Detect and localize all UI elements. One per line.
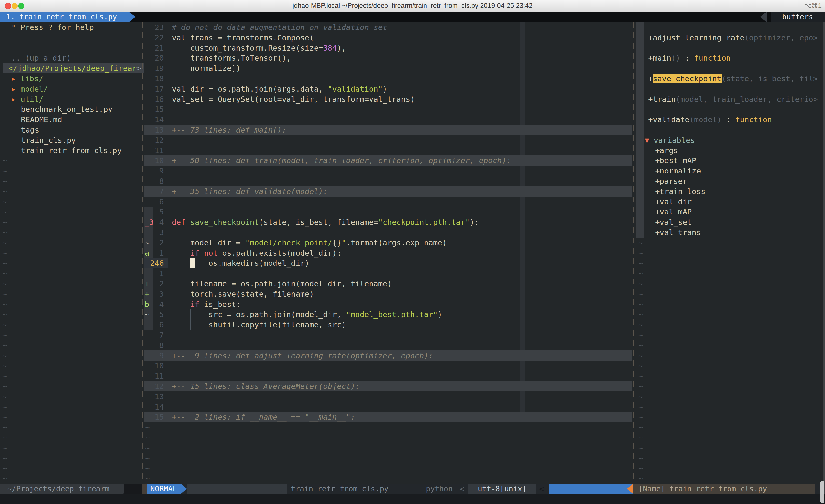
- fold-line[interactable]: 7+-- 35 lines: def validate(model):: [144, 186, 632, 196]
- window-separator-left[interactable]: [142, 22, 143, 484]
- empty-line-tilde: ~: [639, 371, 643, 381]
- code-line[interactable]: src = os.path.join(model_dir, "model_bes…: [172, 309, 442, 320]
- code-line[interactable]: def save_checkpoint(state, is_best, file…: [172, 217, 479, 227]
- code-segment: ": [342, 238, 346, 247]
- tag-entry[interactable]: +adjust_learning_rate(optimizer, epo>: [648, 32, 818, 43]
- powerline-arrow-orange-icon: [627, 484, 633, 494]
- statusline: ~/Projects/deep_firearm NORMAL +8 ~3 -3m…: [0, 484, 825, 494]
- tree-item-file[interactable]: tags: [21, 124, 39, 135]
- tree-root-path-text: </jdhao/Projects/deep_firear: [8, 64, 137, 73]
- tree-root-path[interactable]: </jdhao/Projects/deep_firear>: [3, 63, 144, 73]
- tag-segment: function: [735, 115, 772, 124]
- code-line[interactable]: # do not do data augmentation on validat…: [172, 22, 387, 32]
- empty-line-tilde: ~: [2, 299, 7, 310]
- code-line[interactable]: if is_best:: [172, 299, 241, 310]
- code-segment: def: [172, 218, 185, 227]
- command-line[interactable]: [0, 494, 825, 504]
- code-segment: ):: [470, 218, 479, 227]
- empty-line-tilde: ~: [639, 473, 643, 484]
- code-line[interactable]: if not os.path.exists(model_dir):: [172, 248, 342, 258]
- fold-line[interactable]: 10+-- 50 lines: def train(model, train_l…: [144, 155, 632, 166]
- nerdtree-statusline: ~/Projects/deep_firearm: [0, 484, 122, 494]
- tree-item-file[interactable]: README.md: [21, 114, 62, 124]
- statusline-filename: train_retr_from_cls.py: [291, 484, 388, 494]
- tag-segment: +main: [648, 54, 671, 62]
- tree-item[interactable]: .. (up a dir): [11, 53, 71, 63]
- window-separator-right[interactable]: [633, 22, 634, 484]
- code-segment: [172, 249, 190, 257]
- tree-item-dir[interactable]: ▸ util/: [11, 94, 44, 104]
- empty-line-tilde: ~: [2, 412, 7, 422]
- tag-segment: +validate: [648, 115, 689, 124]
- fold-line[interactable]: 9+-- 9 lines: def adjust_learning_rate(o…: [144, 350, 632, 361]
- code-line[interactable]: shutil.copyfile(filename, src): [172, 320, 346, 330]
- code-line[interactable]: val_set = QuerySet(root=val_dir, transfo…: [172, 94, 415, 104]
- fold-line[interactable]: 12+-- 15 lines: class AverageMeter(objec…: [144, 381, 632, 391]
- tag-entry[interactable]: +best_mAP: [655, 155, 696, 166]
- tag-entry[interactable]: +normalize: [655, 166, 701, 176]
- empty-line-tilde: ~: [2, 248, 7, 258]
- scrollbar-track[interactable]: [823, 22, 825, 494]
- tree-item-file[interactable]: benchmark_on_test.py: [21, 104, 112, 114]
- code-line[interactable]: val_dir = os.path.join(args.data, "valid…: [172, 84, 387, 94]
- code-line[interactable]: model_dir = "model/check_point/{}".forma…: [172, 238, 447, 248]
- tag-entry[interactable]: +val_set: [655, 217, 692, 227]
- empty-line-tilde: ~: [2, 196, 7, 207]
- code-segment: ): [438, 310, 442, 319]
- fold-line[interactable]: 13+-- 73 lines: def main():: [144, 124, 632, 135]
- code-window: 23# do not do data augmentation on valid…: [144, 22, 632, 484]
- fold-open-icon[interactable]: ▼: [645, 135, 650, 145]
- fold-line[interactable]: 15+-- 2 lines: if __name__ == "__main__"…: [144, 412, 632, 422]
- indent-guide: [190, 320, 191, 330]
- tree-item-dir[interactable]: ▸ model/: [11, 84, 48, 94]
- code-line[interactable]: filename = os.path.join(model_dir, filen…: [172, 278, 392, 289]
- tree-item-dir[interactable]: ▸ libs/: [11, 73, 44, 84]
- tag-entry[interactable]: +parser: [655, 176, 687, 186]
- tag-entry[interactable]: +train(model, train_loader, criterio>: [648, 94, 818, 104]
- tag-entry[interactable]: +save_checkpoint(state, is_best, fil>: [648, 73, 818, 84]
- tag-entry[interactable]: +main() : function: [648, 53, 731, 63]
- code-line[interactable]: custom_transform.Resize(size=384),: [172, 43, 346, 53]
- code-segment: [185, 218, 190, 227]
- empty-line-tilde: ~: [2, 473, 7, 484]
- line-number: 14: [144, 114, 164, 124]
- tab-train-retr-from-cls[interactable]: 1. train_retr_from_cls.py: [0, 12, 129, 22]
- empty-line-tilde: ~: [2, 176, 7, 186]
- empty-line-tilde: ~: [2, 453, 7, 463]
- code-line[interactable]: transforms.ToTensor(),: [172, 53, 291, 63]
- tree-item[interactable]: " Press ? for help: [11, 22, 94, 32]
- code-line[interactable]: os.makedirs(model_dir): [172, 258, 309, 268]
- empty-line-tilde: ~: [639, 340, 643, 350]
- tag-entry[interactable]: +validate(model) : function: [648, 114, 772, 124]
- tree-item-file[interactable]: train_retr_from_cls.py: [21, 145, 122, 156]
- tag-entry[interactable]: +val_dir: [655, 196, 692, 207]
- empty-line-tilde: ~: [639, 391, 643, 402]
- tag-entry[interactable]: +train_loss: [655, 186, 705, 196]
- code-segment: os.path.exists(model_dir):: [218, 249, 342, 257]
- line-number: 11: [144, 371, 164, 381]
- indent-guide: [190, 309, 191, 320]
- tag-segment: +val_dir: [655, 197, 692, 206]
- tree-item-file[interactable]: train_cls.py: [21, 135, 76, 145]
- tag-entry[interactable]: +args: [655, 145, 678, 156]
- dir-name: util/: [20, 95, 43, 103]
- line-number: 6: [144, 320, 164, 330]
- line-number: 10: [144, 155, 164, 166]
- code-segment: if: [190, 300, 199, 309]
- code-line[interactable]: val_trans = transforms.Compose([: [172, 32, 318, 43]
- code-line[interactable]: normalize]): [172, 63, 241, 73]
- statusline-stub: [142, 484, 147, 494]
- empty-line-tilde: ~: [2, 402, 7, 412]
- editor-panes: " Press ? for help.. (up a dir)</jdhao/P…: [0, 22, 825, 484]
- tag-segment: (model): [689, 115, 722, 124]
- buffers-arrow-icon: [760, 12, 766, 22]
- scrollbar-thumb[interactable]: [820, 481, 824, 503]
- tag-entry[interactable]: +val_mAP: [655, 206, 692, 217]
- empty-line-tilde: ~: [639, 422, 643, 432]
- tag-segment: :: [722, 115, 735, 124]
- dir-chevron-icon: ▸: [11, 95, 20, 103]
- code-segment: custom_transform.Resize(size=: [172, 44, 323, 52]
- tag-entry[interactable]: +val_trans: [655, 227, 701, 238]
- code-line[interactable]: torch.save(state, filename): [172, 289, 314, 299]
- tag-section-variables[interactable]: variables: [654, 135, 695, 145]
